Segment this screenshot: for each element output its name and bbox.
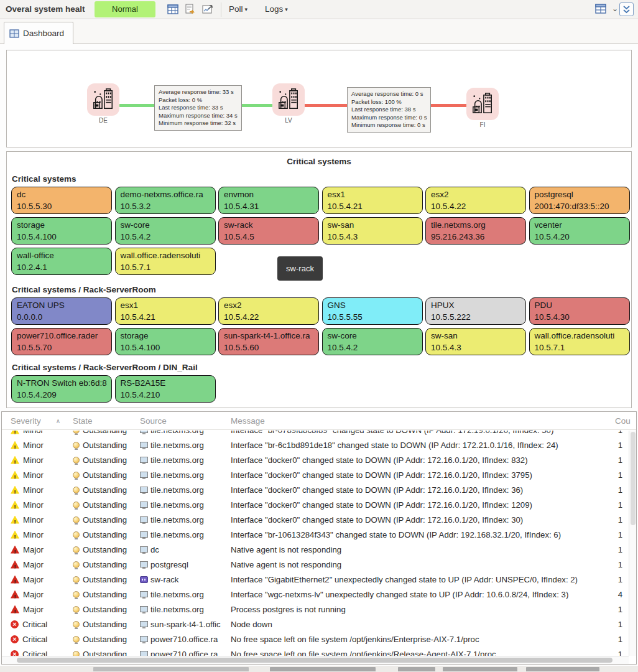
source-node-icon [140,516,148,523]
status-tile[interactable]: sun-spark-t4-1.office.ra 10.5.5.60 [218,328,319,355]
tooltip-line: Last response time: 38 s [351,106,427,114]
table-row[interactable]: Minor Outstanding tile.netxms.org Interf… [2,527,629,542]
tile-ip: 10.5.4.3 [431,342,520,353]
table-row[interactable]: Minor Outstanding tile.netxms.org Interf… [2,431,629,437]
severity-icon [11,620,19,628]
tile-ip: 10.5.4.20 [535,231,624,243]
status-badge: Normal [95,1,155,17]
severity-icon [11,531,19,539]
status-tile[interactable]: postgresql 2001:470:df33:5::20 [529,187,630,214]
tile-name: vcenter [535,219,624,231]
status-tile[interactable]: wall-office 10.2.4.1 [11,248,112,275]
status-tile[interactable]: power710.office.rader 10.5.5.70 [11,328,112,355]
city-icon [272,83,305,116]
status-tile[interactable]: storage 10.5.4.100 [11,217,112,245]
status-tile[interactable]: N-TRON Switch eb:6d:8 10.5.4.209 [11,375,112,403]
status-tile[interactable]: GNS 10.5.5.55 [322,297,423,325]
tile-name: wall.office.radensoluti [535,330,624,342]
tile-name: sw-core [121,219,210,231]
message-text: Interface "docker0" changed state to DOW… [231,455,608,465]
source-node-icon [140,442,148,448]
status-tile[interactable]: esx1 10.5.4.21 [322,187,423,214]
table-row[interactable]: Critical Outstanding power710.office.ra … [2,632,629,646]
status-tile[interactable]: demo-netxms.office.ra 10.5.3.2 [115,187,216,214]
source-label: tile.netxms.org [150,515,204,525]
table-row[interactable]: Minor Outstanding tile.netxms.org Interf… [2,452,629,467]
severity-label: Minor [23,485,44,495]
status-tile[interactable]: EATON UPS 0.0.0.0 [11,297,112,325]
map-node-de[interactable]: DE [86,83,120,124]
status-tile[interactable]: esx1 10.5.4.21 [115,297,216,325]
column-severity[interactable]: Severity∧ [11,416,73,426]
tile-ip: 10.2.4.1 [17,261,106,273]
tile-ip: 10.5.5.70 [17,342,106,353]
status-tile[interactable]: wall.office.radensoluti 10.5.7.1 [529,328,630,355]
count-value: 1 [608,620,629,629]
tab-dashboard[interactable]: Dashboard [4,22,73,44]
source-node-icon [140,502,148,508]
state-label: Outstanding [83,470,127,480]
status-tile[interactable]: sw-rack 10.5.4.5 [218,217,319,245]
severity-icon [11,441,19,449]
table-row[interactable]: Minor Outstanding tile.netxms.org Interf… [2,497,629,512]
status-tile[interactable]: sw-core 10.5.4.2 [322,328,423,355]
status-tile[interactable]: HPUX 10.5.5.222 [425,297,526,325]
map-node-lv[interactable]: LV [272,83,305,124]
status-tile[interactable]: sw-san 10.5.4.3 [425,328,526,355]
count-value: 1 [608,635,629,644]
logs-menu[interactable]: Logs▾ [265,4,288,14]
tile-name: storage [17,219,106,231]
table-view-icon[interactable] [167,4,180,16]
status-tile[interactable]: sw-san 10.5.4.3 [322,217,423,245]
severity-label: Minor [23,470,44,480]
status-tile[interactable]: sw-core 10.5.4.2 [115,217,216,245]
vertical-scrollbar[interactable] [629,431,636,656]
status-tile[interactable]: dc 10.5.5.30 [11,187,112,214]
table-row[interactable]: Major Outstanding sw-rack Interface "Gig… [2,572,629,587]
table-row[interactable]: Critical Outstanding power710.office.ra … [2,646,629,656]
count-value: 1 [608,441,629,450]
tooltip-line: Maximum response time: 0 s [351,114,427,122]
clipped-bottom-panel [0,666,638,672]
table-row[interactable]: Critical Outstanding sun-spark-t4-1.offi… [2,617,629,632]
tile-ip: 10.5.4.22 [431,200,520,212]
status-tile[interactable]: tile.netxms.org 95.216.243.36 [425,217,526,245]
table-row[interactable]: Major Outstanding postgresql Native agen… [2,557,629,572]
status-tile[interactable]: esx2 10.5.4.22 [218,297,319,325]
status-tile[interactable]: PDU 10.5.4.30 [529,297,630,325]
table-row[interactable]: Minor Outstanding tile.netxms.org Interf… [2,512,629,527]
state-bulb-icon [73,431,80,434]
table-row[interactable]: Major Outstanding dc Native agent is not… [2,542,629,557]
layout-table-icon[interactable] [595,3,608,15]
chevron-down-icon[interactable]: ⌄ [612,4,618,13]
dashboard-icon [9,29,19,38]
poll-menu[interactable]: Poll▾ [229,4,247,14]
scrollbar-thumb[interactable] [17,658,613,663]
chart-export-icon[interactable] [202,4,215,16]
tile-ip: 10.5.4.3 [328,231,417,243]
table-row[interactable]: Minor Outstanding tile.netxms.org Interf… [2,482,629,497]
table-row[interactable]: Major Outstanding tile.netxms.org Interf… [2,587,629,602]
status-tile[interactable]: RS-B2A15E 10.5.4.210 [115,375,216,403]
column-count[interactable]: Cou [615,416,636,426]
map-node-label: DE [86,117,120,124]
status-tile[interactable]: vcenter 10.5.4.20 [529,217,630,245]
map-node-fi[interactable]: FI [466,88,499,128]
collapse-all-icon[interactable] [619,2,634,16]
table-row[interactable]: Minor Outstanding tile.netxms.org Interf… [2,437,629,452]
status-tile[interactable]: storage 10.5.4.100 [115,328,216,355]
tile-ip: 10.5.5.60 [224,342,313,353]
horizontal-scrollbar[interactable] [2,656,629,664]
table-row[interactable]: Major Outstanding tile.netxms.org Proces… [2,602,629,617]
column-message[interactable]: Message [231,416,615,426]
status-tile[interactable]: envmon 10.5.4.31 [218,187,319,214]
export-log-icon[interactable] [185,4,197,16]
status-tile[interactable]: esx2 10.5.4.22 [425,187,526,214]
column-state[interactable]: State [73,416,140,426]
severity-icon [11,561,19,569]
status-tile[interactable]: wall.office.radensoluti 10.5.7.1 [115,248,216,275]
scrollbar-thumb[interactable] [631,432,636,525]
table-row[interactable]: Minor Outstanding tile.netxms.org Interf… [2,467,629,482]
source-node-icon [140,591,148,597]
column-source[interactable]: Source [140,416,231,426]
